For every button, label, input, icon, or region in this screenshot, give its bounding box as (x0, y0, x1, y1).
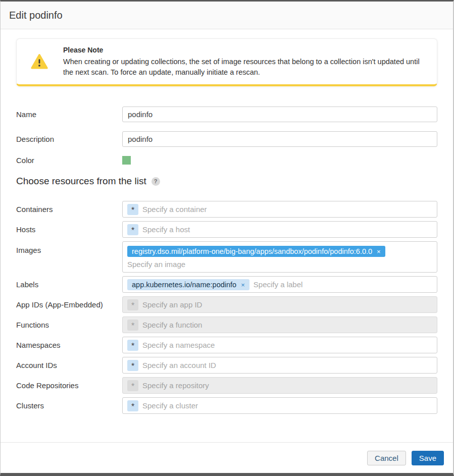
asterisk-icon: * (127, 340, 138, 351)
remove-image-tag-icon[interactable]: × (377, 248, 381, 255)
edit-collection-dialog: Edit podinfo Please Note When creating o… (0, 0, 454, 476)
app-ids-input: * Specify an app ID (122, 296, 437, 313)
clusters-placeholder: Specify a cluster (142, 401, 198, 410)
label-tag-text: app.kubernetes.io/name:podinfo (132, 281, 236, 289)
page-title: Edit podinfo (9, 10, 63, 21)
labels-label: Labels (16, 280, 122, 289)
asterisk-icon: * (127, 299, 138, 310)
image-tag: registry.dso.mil/platform-one/big-bang/a… (127, 246, 385, 257)
asterisk-icon: * (127, 320, 138, 331)
functions-label: Functions (16, 321, 122, 329)
code-repositories-row: Code Repositories * Specify a repository (16, 377, 437, 394)
app-ids-row: App IDs (App-Embedded) * Specify an app … (16, 296, 437, 313)
note-text: Please Note When creating or updating co… (63, 45, 427, 78)
description-row: Description (16, 131, 437, 147)
code-repositories-label: Code Repositories (16, 381, 122, 390)
labels-row: Labels app.kubernetes.io/name:podinfo × … (16, 276, 437, 293)
description-label: Description (16, 135, 122, 143)
namespaces-row: Namespaces * Specify a namespace (16, 337, 437, 353)
dialog-header: Edit podinfo (1, 2, 453, 29)
warning-triangle-icon (30, 53, 48, 70)
name-label: Name (16, 110, 122, 119)
description-input[interactable] (122, 131, 437, 147)
please-note-banner: Please Note When creating or updating co… (16, 38, 437, 86)
asterisk-icon: * (127, 360, 138, 371)
save-button[interactable]: Save (412, 451, 444, 465)
hosts-row: Hosts * Specify a host (16, 221, 437, 238)
functions-row: Functions * Specify a function (16, 316, 437, 333)
clusters-row: Clusters * Specify a cluster (16, 397, 437, 414)
help-icon[interactable]: ? (152, 177, 160, 186)
asterisk-icon: * (127, 400, 138, 411)
containers-input[interactable]: * Specify a container (122, 201, 437, 218)
app-ids-placeholder: Specify an app ID (142, 300, 202, 309)
hosts-placeholder: Specify a host (142, 225, 190, 234)
note-body: When creating or updating collections, t… (63, 57, 427, 78)
labels-input[interactable]: app.kubernetes.io/name:podinfo × Specify… (122, 276, 437, 293)
remove-label-tag-icon[interactable]: × (241, 281, 245, 288)
functions-input: * Specify a function (122, 316, 437, 333)
images-placeholder: Specify an image (127, 260, 185, 269)
color-label: Color (16, 156, 122, 165)
asterisk-icon: * (127, 224, 138, 235)
note-title: Please Note (63, 45, 427, 56)
cancel-button[interactable]: Cancel (367, 451, 406, 465)
namespaces-label: Namespaces (16, 341, 122, 349)
clusters-input[interactable]: * Specify a cluster (122, 397, 437, 414)
namespaces-input[interactable]: * Specify a namespace (122, 337, 437, 353)
containers-label: Containers (16, 205, 122, 214)
images-row: Images registry.dso.mil/platform-one/big… (16, 241, 437, 273)
functions-placeholder: Specify a function (142, 321, 202, 329)
color-swatch[interactable] (122, 156, 131, 165)
image-tag-text: registry.dso.mil/platform-one/big-bang/a… (132, 247, 372, 255)
asterisk-icon: * (127, 380, 138, 391)
code-repositories-input: * Specify a repository (122, 377, 437, 394)
images-input[interactable]: registry.dso.mil/platform-one/big-bang/a… (122, 241, 437, 273)
label-tag: app.kubernetes.io/name:podinfo × (127, 279, 249, 290)
account-ids-label: Account IDs (16, 361, 122, 369)
labels-placeholder: Specify a label (254, 280, 303, 289)
app-ids-label: App IDs (App-Embedded) (16, 300, 122, 309)
code-repositories-placeholder: Specify a repository (142, 381, 209, 390)
name-row: Name (16, 107, 437, 122)
dialog-footer: Cancel Save (1, 442, 453, 473)
hosts-label: Hosts (16, 225, 122, 234)
name-input[interactable] (122, 107, 437, 122)
containers-row: Containers * Specify a container (16, 201, 437, 218)
namespaces-placeholder: Specify a namespace (142, 341, 215, 349)
resources-heading-text: Choose resources from the list (16, 176, 146, 187)
account-ids-row: Account IDs * Specify an account ID (16, 357, 437, 374)
asterisk-icon: * (127, 204, 138, 215)
containers-placeholder: Specify a container (142, 205, 207, 214)
hosts-input[interactable]: * Specify a host (122, 221, 437, 238)
dialog-body: Please Note When creating or updating co… (1, 29, 453, 442)
images-label: Images (16, 246, 122, 254)
color-row: Color (16, 156, 437, 165)
clusters-label: Clusters (16, 401, 122, 410)
account-ids-placeholder: Specify an account ID (142, 361, 216, 369)
resources-section-heading: Choose resources from the list ? (16, 176, 437, 187)
account-ids-input[interactable]: * Specify an account ID (122, 357, 437, 374)
